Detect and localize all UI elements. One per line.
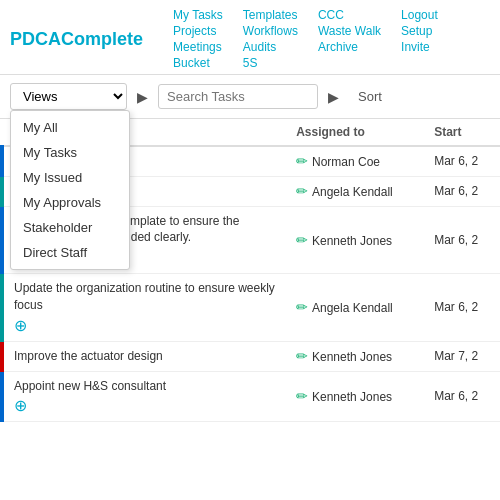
nav-col-1: My Tasks Projects Meetings Bucket [173,8,223,70]
dropdown-item-my-tasks[interactable]: My Tasks [11,140,129,165]
add-task-button[interactable]: ⊕ [14,316,276,335]
task-name-text: Improve the actuator design [14,348,276,365]
start-date-cell: Mar 6, 2 [424,274,500,342]
app-logo: PDCAComplete [10,29,143,50]
assigned-name: Kenneth Jones [312,234,392,248]
task-cell: Improve the actuator design [2,341,286,371]
add-task-button[interactable]: ⊕ [14,396,276,415]
col-assigned: Assigned to [286,119,424,146]
views-select[interactable]: Views My All My Tasks My Issued My Appro… [10,83,127,110]
assigned-cell: ✏ Norman Coe [286,146,424,176]
nav-archive[interactable]: Archive [318,40,381,54]
dropdown-item-my-all[interactable]: My All [11,115,129,140]
dropdown-item-direct-staff[interactable]: Direct Staff [11,240,129,265]
assigned-cell: ✏ Kenneth Jones [286,371,424,422]
views-dropdown-menu: My All My Tasks My Issued My Approvals S… [10,110,130,270]
search-arrow-button[interactable]: ▶ [324,87,343,107]
edit-icon[interactable]: ✏ [296,299,312,315]
start-date-cell: Mar 6, 2 [424,371,500,422]
assigned-cell: ✏ Angela Kendall [286,176,424,206]
nav-invite[interactable]: Invite [401,40,438,54]
nav-col-4: Logout Setup Invite [401,8,438,70]
edit-icon[interactable]: ✏ [296,183,312,199]
nav-projects[interactable]: Projects [173,24,223,38]
start-date-cell: Mar 6, 2 [424,206,500,274]
nav-col-3: CCC Waste Walk Archive [318,8,381,70]
table-row: Appoint new H&S consultant⊕✏ Kenneth Jon… [2,371,500,422]
edit-icon[interactable]: ✏ [296,232,312,248]
nav-setup[interactable]: Setup [401,24,438,38]
assigned-name: Kenneth Jones [312,390,392,404]
views-dropdown-container: Views My All My Tasks My Issued My Appro… [10,83,127,110]
nav-templates[interactable]: Templates [243,8,298,22]
nav-waste-walk[interactable]: Waste Walk [318,24,381,38]
sort-label[interactable]: Sort [349,84,391,109]
assigned-cell: ✏ Kenneth Jones [286,206,424,274]
task-cell: Update the organization routine to ensur… [2,274,286,342]
start-date-cell: Mar 6, 2 [424,176,500,206]
nav-workflows[interactable]: Workflows [243,24,298,38]
nav-ccc[interactable]: CCC [318,8,381,22]
logo-highlight: PDCA [10,29,61,49]
nav-logout[interactable]: Logout [401,8,438,22]
task-cell: Appoint new H&S consultant⊕ [2,371,286,422]
assigned-cell: ✏ Kenneth Jones [286,341,424,371]
nav-5s[interactable]: 5S [243,56,298,70]
edit-icon[interactable]: ✏ [296,388,312,404]
toolbar: Views My All My Tasks My Issued My Appro… [0,75,500,119]
start-date-cell: Mar 6, 2 [424,146,500,176]
assigned-name: Angela Kendall [312,185,393,199]
dropdown-item-stakeholder[interactable]: Stakeholder [11,215,129,240]
nav-audits[interactable]: Audits [243,40,298,54]
nav-meetings[interactable]: Meetings [173,40,223,54]
edit-icon[interactable]: ✏ [296,153,312,169]
task-name-text: Appoint new H&S consultant [14,378,276,395]
app-header: PDCAComplete My Tasks Projects Meetings … [0,0,500,119]
assigned-name: Norman Coe [312,155,380,169]
assigned-name: Kenneth Jones [312,350,392,364]
task-name-text: Update the organization routine to ensur… [14,280,276,314]
views-arrow-button[interactable]: ▶ [133,87,152,107]
col-start: Start [424,119,500,146]
search-input[interactable] [158,84,318,109]
dropdown-item-my-issued[interactable]: My Issued [11,165,129,190]
dropdown-item-my-approvals[interactable]: My Approvals [11,190,129,215]
nav-my-tasks[interactable]: My Tasks [173,8,223,22]
logo-text: Complete [61,29,143,49]
start-date-cell: Mar 7, 2 [424,341,500,371]
nav-bucket[interactable]: Bucket [173,56,223,70]
nav-col-2: Templates Workflows Audits 5S [243,8,298,70]
assigned-name: Angela Kendall [312,301,393,315]
table-row: Update the organization routine to ensur… [2,274,500,342]
assigned-cell: ✏ Angela Kendall [286,274,424,342]
table-row: Improve the actuator design✏ Kenneth Jon… [2,341,500,371]
edit-icon[interactable]: ✏ [296,348,312,364]
